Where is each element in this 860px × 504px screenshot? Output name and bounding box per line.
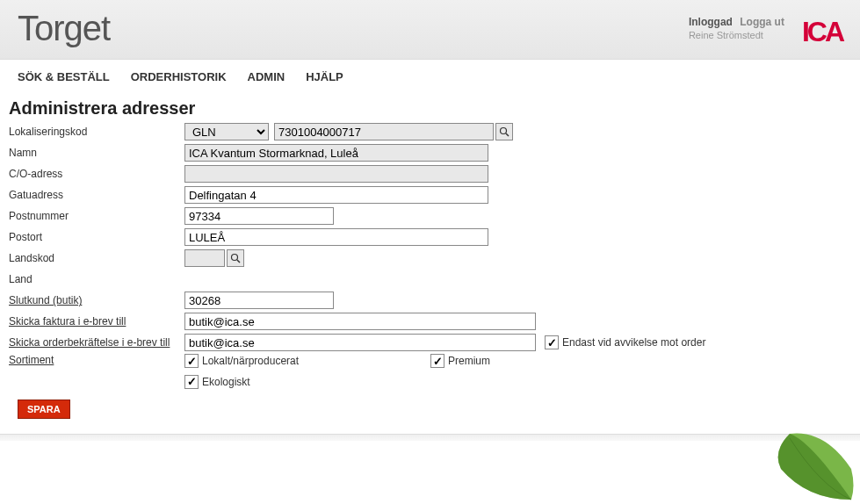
- label-postort: Postort: [9, 231, 184, 243]
- auth-block: Inloggad Logga ut Reine Strömstedt: [689, 16, 784, 40]
- order-email-input[interactable]: [184, 334, 536, 351]
- nav-orderhistorik[interactable]: ORDERHISTORIK: [131, 70, 227, 83]
- label-namn: Namn: [9, 147, 184, 159]
- label-postnummer: Postnummer: [9, 210, 184, 222]
- label-landskod: Landskod: [9, 252, 184, 264]
- label-sortiment: Sortiment: [9, 354, 184, 366]
- header: Torget Inloggad Logga ut Reine Strömsted…: [0, 0, 860, 60]
- postort-input[interactable]: [184, 228, 488, 246]
- label-slutkund: Slutkund (butik): [9, 294, 184, 306]
- ica-logo: ICA: [802, 16, 842, 48]
- nav-sok-bestall[interactable]: SÖK & BESTÄLL: [18, 70, 110, 83]
- lokalt-checkbox[interactable]: ✓: [184, 354, 199, 368]
- nav-bar: SÖK & BESTÄLL ORDERHISTORIK ADMIN HJÄLP: [0, 60, 860, 95]
- label-land: Land: [9, 273, 184, 285]
- slutkund-input[interactable]: [184, 292, 334, 309]
- postnummer-input[interactable]: [184, 207, 334, 225]
- endast-avvikelse-label: Endast vid avvikelse mot order: [562, 336, 705, 349]
- lokalt-label: Lokalt/närproducerat: [202, 355, 299, 367]
- label-lokaliseringskod: Lokaliseringskod: [9, 126, 184, 138]
- label-faktura: Skicka faktura i e-brev till: [9, 315, 184, 328]
- nav-hjalp[interactable]: HJÄLP: [306, 70, 343, 83]
- label-coadress: C/O-adress: [9, 168, 184, 180]
- svg-line-3: [237, 260, 240, 263]
- auth-status: Inloggad: [689, 16, 733, 28]
- ekologiskt-checkbox[interactable]: ✓: [184, 375, 199, 389]
- faktura-email-input[interactable]: [184, 313, 536, 330]
- namn-input[interactable]: [184, 144, 488, 162]
- nav-admin[interactable]: ADMIN: [248, 70, 285, 83]
- svg-line-1: [506, 133, 509, 136]
- premium-label: Premium: [448, 355, 490, 367]
- footer-divider: [0, 434, 860, 441]
- page-title: Administrera adresser: [9, 98, 851, 119]
- lok-search-button[interactable]: [495, 123, 513, 140]
- lok-code-input[interactable]: [274, 123, 494, 140]
- coadress-input[interactable]: [184, 165, 488, 183]
- premium-checkbox[interactable]: ✓: [430, 354, 444, 368]
- search-icon: [499, 126, 509, 137]
- brand-title: Torget: [18, 9, 110, 48]
- svg-point-0: [501, 128, 507, 134]
- landskod-search-button[interactable]: [227, 249, 244, 267]
- search-icon: [230, 253, 241, 263]
- ekologiskt-label: Ekologiskt: [202, 376, 250, 388]
- spara-button[interactable]: SPARA: [18, 400, 70, 419]
- lok-type-select[interactable]: GLN: [184, 123, 269, 140]
- gatuadress-input[interactable]: [184, 186, 488, 204]
- label-gatuadress: Gatuadress: [9, 189, 184, 201]
- label-orderbekraftelse: Skicka orderbekräftelse i e-brev till: [9, 336, 184, 349]
- svg-point-2: [232, 255, 238, 261]
- username-label: Reine Strömstedt: [689, 30, 784, 40]
- content: Administrera adresser Lokaliseringskod G…: [0, 95, 860, 431]
- endast-avvikelse-checkbox[interactable]: ✓: [545, 335, 559, 349]
- header-right: Inloggad Logga ut Reine Strömstedt ICA: [689, 9, 842, 48]
- landskod-input[interactable]: [184, 249, 225, 267]
- logout-link[interactable]: Logga ut: [740, 16, 784, 28]
- leaf-decoration: [755, 425, 860, 504]
